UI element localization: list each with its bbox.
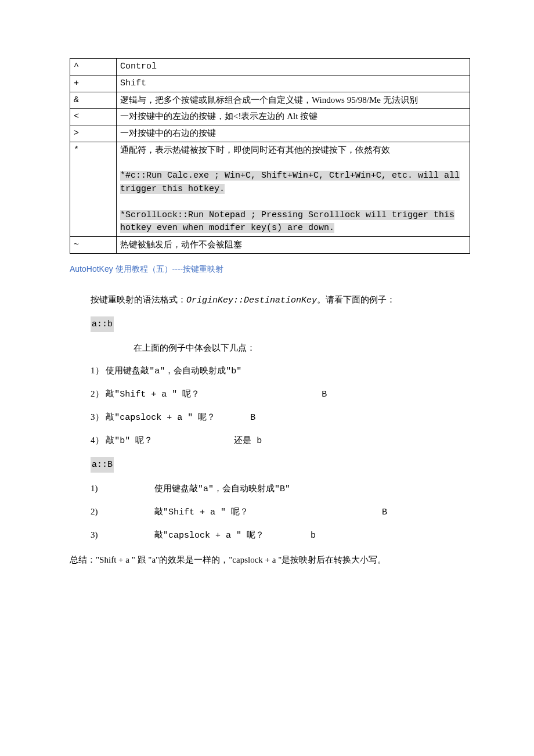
list-item: 4） 敲"b" 呢？还是 b (91, 433, 470, 449)
list-text: 敲"Shift + a " 呢？ (154, 507, 248, 517)
symbol-cell: * (70, 142, 117, 236)
table-row: * 通配符，表示热键被按下时，即使同时还有其他的按键按下，依然有效 *#c::R… (70, 142, 470, 236)
desc-text: 通配符，表示热键被按下时，即使同时还有其他的按键按下，依然有效 (120, 145, 390, 154)
symbol-cell: ^ (70, 59, 117, 75)
list-text: 使用键盘敲"a"，会自动映射成"B" (154, 484, 290, 494)
symbol-cell: > (70, 125, 117, 142)
desc-cell: 一对按键中的右边的按键 (117, 125, 470, 142)
desc-cell: 热键被触发后，动作不会被阻塞 (117, 237, 470, 254)
table-row: + Shift (70, 75, 470, 92)
desc-cell: 通配符，表示热键被按下时，即使同时还有其他的按键按下，依然有效 *#c::Run… (117, 142, 470, 236)
list-number: 3） (91, 412, 106, 422)
list-text: 敲"capslock + a " 呢？ (106, 413, 215, 423)
table-row: ^ Control (70, 59, 470, 75)
desc-cell: Shift (117, 75, 470, 92)
symbol-cell: & (70, 92, 117, 109)
symbol-cell: < (70, 109, 117, 125)
desc-cell: 逻辑与，把多个按键或鼠标组合成一个自定义键，Windows 95/98/Me 无… (117, 92, 470, 109)
symbol-cell: + (70, 75, 117, 92)
example-caption: 在上面的例子中体会以下几点： (134, 340, 470, 356)
list-number: 1） (91, 366, 106, 375)
list-tail: 还是 b (234, 436, 262, 446)
list-number: 2） (91, 389, 106, 398)
code-line: a::b (91, 315, 470, 333)
list-number: 3) (91, 527, 154, 543)
list-text: 使用键盘敲"a"，会自动映射成"b" (106, 366, 241, 376)
desc-cell: 一对按键中的左边的按键，如<!表示左边的 Alt 按键 (117, 109, 470, 125)
list-item: 1） 使用键盘敲"a"，会自动映射成"b" (91, 363, 470, 379)
intro-prefix: 按键重映射的语法格式： (91, 295, 186, 304)
list-number: 4） (91, 435, 106, 445)
list-item: 3） 敲"capslock + a " 呢？B (91, 409, 470, 426)
code-example: *#c::Run Calc.exe ; Win+C, Shift+Win+C, … (120, 171, 460, 194)
code-example: a::B (91, 457, 114, 473)
list-text: 敲"Shift + a " 呢？ (106, 390, 200, 399)
code-line: a::B (91, 456, 470, 474)
list-item: 2)敲"Shift + a " 呢？B (91, 504, 470, 520)
table-row: & 逻辑与，把多个按键或鼠标组合成一个自定义键，Windows 95/98/Me… (70, 92, 470, 109)
hotkey-modifier-table: ^ Control + Shift & 逻辑与，把多个按键或鼠标组合成一个自定义… (70, 58, 470, 254)
list-item: 3)敲"capslock + a " 呢？b (91, 527, 470, 543)
intro-suffix: 。请看下面的例子： (317, 295, 395, 304)
table-row: < 一对按键中的左边的按键，如<!表示左边的 Alt 按键 (70, 109, 470, 125)
table-row: > 一对按键中的右边的按键 (70, 125, 470, 142)
desc-cell: Control (117, 59, 470, 75)
list-item: 1)使用键盘敲"a"，会自动映射成"B" (91, 481, 470, 497)
code-example: *ScrollLock::Run Notepad ; Pressing Scro… (120, 210, 454, 233)
list-text: 敲"b" 呢？ (106, 436, 153, 446)
intro-paragraph: 按键重映射的语法格式：OriginKey::DestinationKey。请看下… (91, 292, 470, 308)
list-number: 2) (91, 504, 154, 520)
intro-syntax: OriginKey::DestinationKey (186, 296, 317, 305)
summary-paragraph: 总结："Shift + a " 跟 "a"的效果是一样的，"capslock +… (70, 553, 470, 568)
list-text: 敲"capslock + a " 呢？ (154, 531, 264, 541)
table-row: ~ 热键被触发后，动作不会被阻塞 (70, 237, 470, 254)
list-number: 1) (91, 481, 154, 496)
list-tail: B (382, 507, 387, 517)
code-example: a::b (91, 316, 114, 332)
symbol-cell: ~ (70, 237, 117, 254)
list-tail: B (250, 413, 255, 423)
list-item: 2） 敲"Shift + a " 呢？B (91, 386, 470, 402)
section-heading: AutoHotKey 使用教程（五）----按键重映射 (70, 264, 470, 275)
list-tail: B (322, 390, 327, 399)
list-tail: b (311, 531, 316, 541)
